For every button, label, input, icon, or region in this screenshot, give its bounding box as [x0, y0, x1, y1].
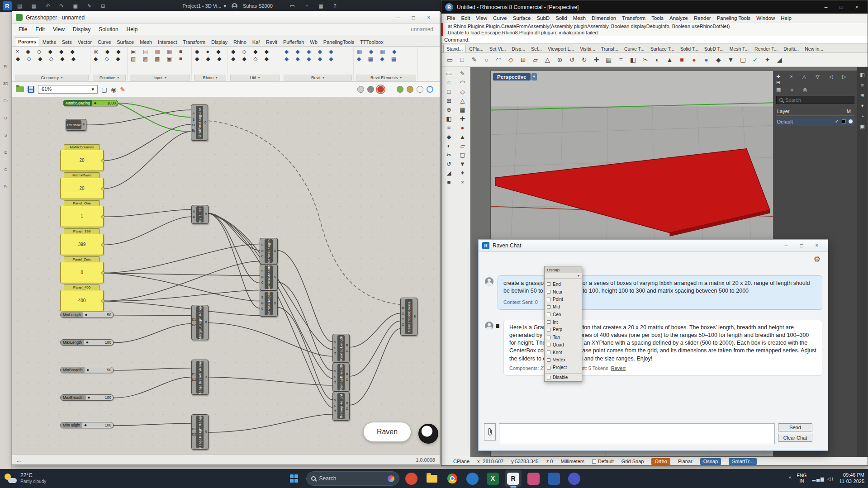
layer-color-swatch[interactable] — [842, 119, 846, 123]
maximize-button[interactable]: □ — [834, 3, 849, 12]
layers-search[interactable] — [776, 96, 854, 104]
viewport-menu-icon[interactable]: ▾ — [531, 73, 537, 81]
toolbar-icon[interactable]: ▦ — [457, 106, 468, 113]
osnap-disable-option[interactable]: Disable — [545, 373, 582, 381]
toolbar-icon[interactable]: ✂ — [443, 152, 455, 158]
node-input-ports[interactable]: D1 D2 — [192, 415, 196, 449]
minimize-button[interactable]: – — [819, 3, 833, 12]
toolbar-icon[interactable]: ⊕ — [443, 106, 455, 113]
raven-button[interactable]: Raven — [363, 422, 411, 442]
group-expand-icon[interactable]: ▾ — [216, 76, 218, 80]
units-label[interactable]: Millimeters — [560, 459, 584, 464]
toolbar-icon[interactable]: ● — [701, 56, 712, 63]
group-expand-icon[interactable]: ▾ — [400, 76, 402, 80]
toolbar-icon[interactable]: ⊞ — [443, 97, 455, 104]
osnap-panel-menu-icon[interactable]: ▾ — [545, 273, 582, 279]
toolbar-icon[interactable]: △ — [542, 56, 553, 63]
toolbar-icon[interactable]: ◆ — [443, 133, 455, 140]
osnap-checkbox[interactable] — [547, 320, 550, 324]
toolbar-icon[interactable]: ○ — [481, 56, 492, 63]
toolbar-icon[interactable]: ◧ — [627, 56, 639, 63]
menu-item[interactable]: Edit — [32, 25, 48, 34]
toolbar-icon[interactable]: ▭ — [444, 56, 455, 63]
column-layer[interactable]: Layer — [777, 109, 790, 114]
node-output-ports[interactable]: R — [204, 205, 208, 223]
slider-track[interactable]: ◆ 100 — [86, 395, 113, 400]
zoom-level-select[interactable]: 61% ▾ — [38, 85, 98, 94]
toolbar-icon[interactable]: ▼ — [457, 161, 468, 167]
panel-value-area[interactable]: 1 — [60, 206, 104, 227]
no-preview-icon[interactable] — [377, 86, 384, 93]
hidden-icons-chevron[interactable]: ^ — [789, 475, 792, 482]
menu-item[interactable]: View — [49, 25, 68, 34]
group-expand-icon[interactable]: ▾ — [323, 76, 325, 80]
toolbar-icon[interactable]: ✦ — [762, 56, 773, 63]
osnap-option[interactable]: Vertex — [547, 357, 579, 362]
language-switcher[interactable]: ENG IN — [797, 473, 807, 484]
close-button[interactable]: × — [849, 3, 864, 12]
toolbar-tab[interactable]: Sel... — [528, 45, 545, 52]
slider-handle[interactable]: ◆ — [84, 423, 86, 427]
search-input[interactable] — [785, 97, 840, 103]
gh-node-div[interactable]: A B Div 1_399 R — [191, 205, 209, 224]
gh-node-panel[interactable]: MatrixRows 20 — [60, 172, 104, 199]
toolbar-icon[interactable]: ≡ — [443, 124, 455, 131]
toolbar-icon[interactable]: ≡ — [615, 56, 626, 63]
user-avatar-icon[interactable] — [232, 3, 237, 9]
gh-node-xyplane[interactable]: XYPlane P — [66, 119, 86, 131]
osnap-option[interactable]: Near — [547, 289, 579, 294]
menu-item[interactable]: File — [444, 14, 458, 22]
component-icons[interactable]: ◎ ◆ ◆ ◆ ◇ ◆ — [93, 48, 126, 75]
panel-value-area[interactable]: 400 — [60, 290, 104, 311]
osnap-checkbox[interactable] — [547, 366, 550, 370]
toolbar-icon[interactable]: □ — [443, 88, 455, 95]
osnap-option[interactable]: Int — [547, 320, 579, 325]
node-output-ports[interactable]: S — [273, 265, 277, 290]
component-tab[interactable]: Intersect — [155, 38, 180, 46]
gh-node-merge[interactable]: D1 D2 MergeLengthRange R — [191, 305, 209, 340]
node-output-ports[interactable]: P — [81, 119, 86, 130]
revert-link[interactable]: Revert — [611, 365, 626, 372]
gh-node-panel[interactable]: MatrixColumns 20 — [60, 144, 104, 171]
menu-item[interactable]: Solution — [95, 25, 122, 34]
toolbar-tab[interactable]: Surface T... — [648, 45, 677, 52]
toolbar-tab-standard[interactable]: Stand... — [443, 45, 466, 52]
gh-node-slider[interactable]: MinHeight ◆ 100 — [60, 422, 114, 428]
osnap-option[interactable]: Point — [547, 297, 579, 302]
toolbar-icon[interactable]: ✦ — [457, 170, 468, 176]
osnap-checkbox[interactable] — [547, 351, 550, 354]
toolbar-icon[interactable]: ▢ — [457, 152, 468, 158]
gh-node-remap[interactable]: V S T RemapBreadth R C — [332, 363, 350, 392]
osnap-checkbox[interactable] — [547, 376, 550, 379]
custom-preview-white-icon[interactable] — [417, 86, 423, 93]
layer-material-icon[interactable] — [849, 119, 853, 123]
teams-button[interactable] — [566, 470, 583, 487]
component-icons[interactable]: ◆ ● ◆ ◆ ◆ ◆ — [194, 48, 226, 75]
node-input-ports[interactable]: S N C — [260, 265, 265, 290]
toolbar-icon[interactable]: ⊕ — [554, 56, 565, 63]
gh-node-panel[interactable]: Panel_399 399 — [60, 228, 104, 255]
status-ellipsis[interactable]: ... — [17, 457, 21, 463]
toolbar-icon[interactable]: ▱ — [530, 56, 541, 63]
menu-item[interactable]: Surface — [510, 14, 534, 22]
shaded-preview-icon[interactable] — [367, 86, 374, 93]
toolbar-icon[interactable]: ✂ — [640, 56, 651, 63]
toolbar-icon[interactable]: △ — [457, 97, 468, 104]
revit-titlebar-icons[interactable]: ▭ ◔ ▦ ? — [290, 3, 341, 9]
toolbar-icon[interactable]: ◐ — [652, 56, 663, 63]
panel-value-area[interactable]: 399 — [60, 234, 104, 255]
osnap-panel-title[interactable]: Osnap — [545, 266, 582, 273]
rhino-taskbar-button[interactable]: R — [505, 470, 522, 487]
toolbar-icon[interactable]: ◇ — [505, 56, 517, 63]
gh-node-slider[interactable]: MaxBreadth ◆ 100 — [60, 394, 114, 401]
close-button[interactable]: × — [810, 241, 824, 250]
toolbar-icon[interactable]: × — [457, 179, 468, 185]
send-button[interactable]: Send — [778, 423, 812, 431]
taskbar-app-4[interactable] — [546, 470, 562, 487]
toolbar-icon[interactable]: ◠ — [493, 56, 504, 63]
osnap-toggle[interactable]: Osnap — [700, 458, 721, 465]
node-input-ports[interactable]: S N C — [260, 291, 265, 316]
menu-item[interactable]: SubD — [534, 14, 552, 22]
toolbar-tab[interactable]: Solid T... — [678, 45, 701, 52]
component-tab[interactable]: Revit — [263, 38, 280, 46]
